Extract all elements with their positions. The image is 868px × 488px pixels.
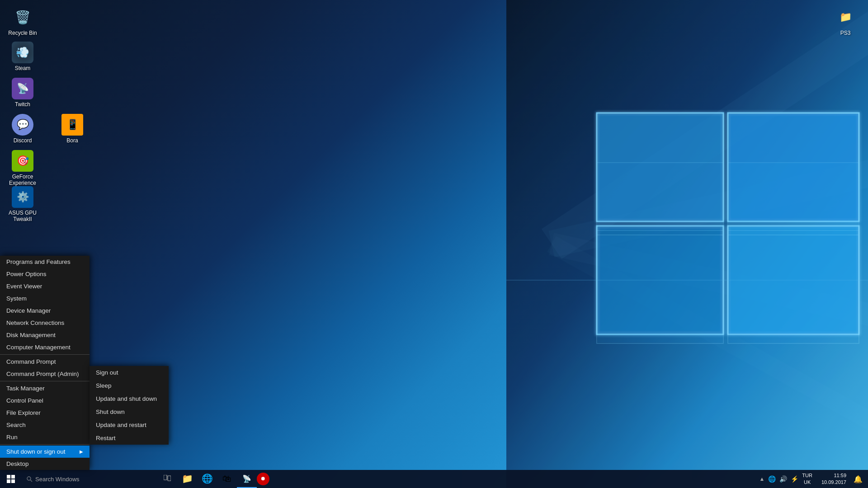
menu-item-run[interactable]: Run bbox=[0, 431, 90, 443]
windows-logo-rays bbox=[506, 0, 868, 488]
svg-point-18 bbox=[27, 477, 31, 480]
start-button[interactable] bbox=[0, 470, 22, 488]
system-tray: ▲ 🌐 🔊 ⚡ TUR UK 11:59 10.09.2017 🔔 bbox=[754, 470, 868, 488]
asus-gpu-label: ASUS GPU TweakII bbox=[6, 210, 39, 223]
submenu-item-shut-down[interactable]: Shut down bbox=[90, 405, 169, 418]
discord-icon: 💬 bbox=[12, 114, 33, 136]
svg-rect-20 bbox=[164, 475, 167, 480]
svg-rect-16 bbox=[7, 479, 10, 483]
menu-item-computer-management[interactable]: Computer Management bbox=[0, 341, 90, 353]
menu-item-desktop[interactable]: Desktop bbox=[0, 458, 90, 470]
windows-start-icon bbox=[7, 475, 15, 483]
svg-rect-17 bbox=[11, 479, 15, 483]
shut-down-submenu: Sign out Sleep Update and shut down Shut… bbox=[90, 366, 169, 445]
tray-expand-arrow[interactable]: ▲ bbox=[759, 476, 764, 482]
task-view-icon bbox=[164, 475, 171, 482]
taskbar-app-twitch[interactable]: 📡 bbox=[237, 470, 257, 488]
taskbar-search-icon bbox=[26, 476, 33, 482]
twitch-label: Twitch bbox=[15, 101, 30, 108]
menu-item-command-prompt-admin[interactable]: Command Prompt (Admin) bbox=[0, 368, 90, 380]
desktop-icon-recycle-bin[interactable]: 🗑️ Recycle Bin bbox=[5, 5, 41, 38]
discord-label: Discord bbox=[14, 137, 32, 144]
ps3-label: PS3 bbox=[840, 30, 851, 36]
svg-rect-15 bbox=[11, 475, 15, 479]
menu-item-file-explorer[interactable]: File Explorer bbox=[0, 407, 90, 419]
svg-rect-10 bbox=[598, 236, 722, 343]
taskbar-app-task-view[interactable] bbox=[157, 470, 177, 488]
menu-item-network-connections[interactable]: Network Connections bbox=[0, 317, 90, 329]
taskbar-search-bar[interactable]: Search Windows bbox=[22, 470, 157, 488]
menu-item-task-manager[interactable]: Task Manager bbox=[0, 382, 90, 394]
menu-separator-1 bbox=[0, 354, 90, 355]
desktop-icon-steam[interactable]: 💨 Steam bbox=[5, 40, 41, 73]
ps3-icon: 📁 bbox=[835, 6, 856, 28]
taskbar-search-placeholder: Search Windows bbox=[35, 476, 80, 483]
tray-locale-lang: TUR bbox=[802, 472, 812, 479]
menu-item-system[interactable]: System bbox=[0, 292, 90, 305]
submenu-item-update-and-restart[interactable]: Update and restart bbox=[90, 418, 169, 432]
svg-rect-21 bbox=[168, 476, 171, 481]
menu-item-shut-down-or-sign-out[interactable]: Shut down or sign out ▶ bbox=[0, 446, 90, 458]
desktop: 🗑️ Recycle Bin 💨 Steam 📡 Twitch 💬 Discor… bbox=[0, 0, 868, 488]
menu-item-search[interactable]: Search bbox=[0, 419, 90, 431]
desktop-icon-twitch[interactable]: 📡 Twitch bbox=[5, 76, 41, 109]
svg-rect-12 bbox=[598, 163, 722, 230]
submenu-item-sign-out[interactable]: Sign out bbox=[90, 366, 169, 379]
menu-separator-2 bbox=[0, 381, 90, 381]
win-x-context-menu: Programs and Features Power Options Even… bbox=[0, 256, 90, 470]
menu-item-device-manager[interactable]: Device Manager bbox=[0, 305, 90, 317]
tray-power-icon[interactable]: ⚡ bbox=[791, 475, 798, 483]
taskbar-clock[interactable]: 11:59 10.09.2017 bbox=[818, 472, 850, 486]
desktop-icon-discord[interactable]: 💬 Discord bbox=[5, 112, 41, 145]
menu-item-command-prompt[interactable]: Command Prompt bbox=[0, 356, 90, 368]
bora-label: Bora bbox=[66, 137, 78, 144]
clock-time: 11:59 bbox=[834, 472, 846, 479]
submenu-item-restart[interactable]: Restart bbox=[90, 432, 169, 445]
asus-gpu-icon: ⚙️ bbox=[12, 186, 33, 208]
submenu-chevron: ▶ bbox=[80, 449, 83, 454]
tray-network-icon[interactable]: 🌐 bbox=[768, 475, 776, 483]
desktop-icon-asus-gpu[interactable]: ⚙️ ASUS GPU TweakII bbox=[5, 184, 41, 225]
menu-item-disk-management[interactable]: Disk Management bbox=[0, 329, 90, 341]
steam-label: Steam bbox=[15, 65, 31, 71]
svg-rect-14 bbox=[7, 475, 10, 479]
geforce-icon: 🎯 bbox=[12, 150, 33, 172]
menu-separator-3 bbox=[0, 444, 90, 445]
menu-item-control-panel[interactable]: Control Panel bbox=[0, 394, 90, 407]
svg-line-19 bbox=[30, 480, 32, 482]
tray-notification-icon[interactable]: 🔔 bbox=[854, 475, 863, 483]
taskbar-apps-area: 📁 🌐 🛍 📡 ⏺ bbox=[157, 470, 754, 488]
clock-date: 10.09.2017 bbox=[821, 479, 846, 486]
menu-item-event-viewer[interactable]: Event Viewer bbox=[0, 280, 90, 292]
submenu-item-update-and-shut-down[interactable]: Update and shut down bbox=[90, 392, 169, 405]
menu-item-programs-and-features[interactable]: Programs and Features bbox=[0, 256, 90, 268]
steam-icon: 💨 bbox=[12, 42, 33, 63]
tray-volume-icon[interactable]: 🔊 bbox=[779, 475, 787, 483]
taskbar: Search Windows 📁 🌐 🛍 📡 ⏺ ▲ 🌐 🔊 bbox=[0, 470, 868, 488]
taskbar-app-file-explorer[interactable]: 📁 bbox=[177, 470, 197, 488]
recycle-bin-icon: 🗑️ bbox=[12, 6, 33, 28]
twitch-icon: 📡 bbox=[12, 78, 33, 99]
svg-rect-13 bbox=[729, 163, 858, 230]
tray-locale-region: UK bbox=[804, 479, 811, 486]
taskbar-app-store[interactable]: 🛍 bbox=[217, 470, 237, 488]
desktop-icon-ps3[interactable]: 📁 PS3 bbox=[827, 5, 863, 38]
desktop-icon-geforce[interactable]: 🎯 GeForce Experience bbox=[5, 148, 41, 188]
menu-item-power-options[interactable]: Power Options bbox=[0, 268, 90, 280]
svg-rect-11 bbox=[729, 236, 858, 343]
recycle-bin-label: Recycle Bin bbox=[8, 30, 37, 36]
taskbar-app-edge[interactable]: 🌐 bbox=[197, 470, 217, 488]
bora-icon: 📱 bbox=[61, 114, 83, 136]
submenu-item-sleep[interactable]: Sleep bbox=[90, 379, 169, 392]
tray-locale[interactable]: TUR UK bbox=[802, 472, 812, 486]
taskbar-app-obs[interactable]: ⏺ bbox=[257, 473, 269, 485]
desktop-icon-bora[interactable]: 📱 Bora bbox=[54, 112, 90, 145]
